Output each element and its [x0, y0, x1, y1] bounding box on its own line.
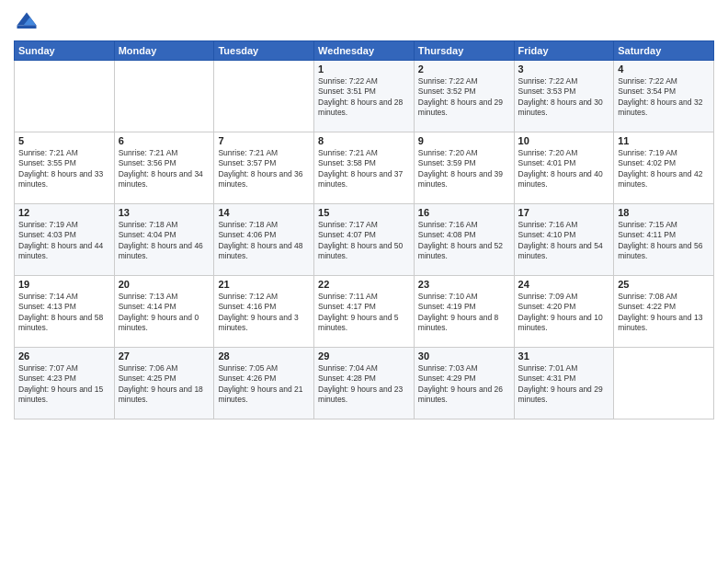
- calendar-cell: 31Sunrise: 7:01 AMSunset: 4:31 PMDayligh…: [514, 348, 614, 419]
- day-number: 21: [218, 279, 310, 290]
- calendar-cell: 6Sunrise: 7:21 AMSunset: 3:56 PMDaylight…: [114, 132, 214, 204]
- day-info: Sunrise: 7:15 AMSunset: 4:11 PMDaylight:…: [618, 220, 710, 262]
- day-info: Sunrise: 7:22 AMSunset: 3:51 PMDaylight:…: [318, 76, 410, 119]
- day-info: Sunrise: 7:16 AMSunset: 4:08 PMDaylight:…: [418, 220, 510, 262]
- day-info: Sunrise: 7:08 AMSunset: 4:22 PMDaylight:…: [618, 292, 710, 334]
- day-info: Sunrise: 7:20 AMSunset: 4:01 PMDaylight:…: [518, 148, 610, 190]
- day-info: Sunrise: 7:07 AMSunset: 4:23 PMDaylight:…: [18, 363, 110, 406]
- calendar-table: SundayMondayTuesdayWednesdayThursdayFrid…: [14, 40, 714, 419]
- week-row-3: 12Sunrise: 7:19 AMSunset: 4:03 PMDayligh…: [15, 204, 714, 276]
- day-number: 7: [218, 135, 310, 146]
- day-number: 13: [119, 207, 210, 218]
- calendar-header: SundayMondayTuesdayWednesdayThursdayFrid…: [15, 41, 714, 61]
- calendar-cell: 12Sunrise: 7:19 AMSunset: 4:03 PMDayligh…: [15, 204, 115, 276]
- calendar-cell: 18Sunrise: 7:15 AMSunset: 4:11 PMDayligh…: [614, 204, 714, 276]
- calendar-cell: [614, 348, 714, 419]
- day-number: 26: [18, 350, 110, 362]
- calendar-cell: 8Sunrise: 7:21 AMSunset: 3:58 PMDaylight…: [314, 132, 415, 204]
- header: [14, 9, 714, 35]
- day-info: Sunrise: 7:13 AMSunset: 4:14 PMDaylight:…: [119, 292, 210, 334]
- day-number: 18: [618, 207, 710, 218]
- calendar-cell: 7Sunrise: 7:21 AMSunset: 3:57 PMDaylight…: [214, 132, 314, 204]
- day-number: 8: [318, 135, 410, 146]
- calendar-cell: 27Sunrise: 7:06 AMSunset: 4:25 PMDayligh…: [114, 348, 214, 419]
- calendar-cell: 16Sunrise: 7:16 AMSunset: 4:08 PMDayligh…: [414, 204, 514, 276]
- calendar-cell: 20Sunrise: 7:13 AMSunset: 4:14 PMDayligh…: [114, 276, 214, 348]
- header-day-sunday: Sunday: [15, 41, 115, 61]
- day-number: 4: [618, 63, 710, 75]
- logo-icon: [14, 9, 40, 35]
- calendar-cell: 9Sunrise: 7:20 AMSunset: 3:59 PMDaylight…: [414, 132, 514, 204]
- day-info: Sunrise: 7:21 AMSunset: 3:57 PMDaylight:…: [218, 148, 310, 190]
- calendar-cell: 28Sunrise: 7:05 AMSunset: 4:26 PMDayligh…: [214, 348, 314, 419]
- header-day-saturday: Saturday: [614, 41, 714, 61]
- day-number: 3: [518, 63, 610, 75]
- calendar-cell: 26Sunrise: 7:07 AMSunset: 4:23 PMDayligh…: [15, 348, 115, 419]
- svg-rect-2: [17, 26, 37, 29]
- calendar-cell: 24Sunrise: 7:09 AMSunset: 4:20 PMDayligh…: [514, 276, 614, 348]
- day-info: Sunrise: 7:11 AMSunset: 4:17 PMDaylight:…: [318, 292, 410, 334]
- calendar-cell: 14Sunrise: 7:18 AMSunset: 4:06 PMDayligh…: [214, 204, 314, 276]
- week-row-1: 1Sunrise: 7:22 AMSunset: 3:51 PMDaylight…: [15, 61, 714, 132]
- header-day-monday: Monday: [114, 41, 214, 61]
- week-row-4: 19Sunrise: 7:14 AMSunset: 4:13 PMDayligh…: [15, 276, 714, 348]
- day-info: Sunrise: 7:19 AMSunset: 4:03 PMDaylight:…: [18, 220, 110, 262]
- day-number: 12: [18, 207, 110, 218]
- header-day-friday: Friday: [514, 41, 614, 61]
- calendar-cell: 29Sunrise: 7:04 AMSunset: 4:28 PMDayligh…: [314, 348, 415, 419]
- day-number: 19: [18, 279, 110, 290]
- day-number: 2: [418, 63, 510, 75]
- day-info: Sunrise: 7:01 AMSunset: 4:31 PMDaylight:…: [518, 363, 610, 406]
- calendar-page: SundayMondayTuesdayWednesdayThursdayFrid…: [0, 0, 728, 563]
- day-info: Sunrise: 7:03 AMSunset: 4:29 PMDaylight:…: [418, 363, 510, 406]
- calendar-cell: 3Sunrise: 7:22 AMSunset: 3:53 PMDaylight…: [514, 61, 614, 132]
- day-info: Sunrise: 7:22 AMSunset: 3:52 PMDaylight:…: [418, 76, 510, 119]
- day-info: Sunrise: 7:06 AMSunset: 4:25 PMDaylight:…: [119, 363, 210, 406]
- logo: [14, 9, 43, 35]
- calendar-cell: 23Sunrise: 7:10 AMSunset: 4:19 PMDayligh…: [414, 276, 514, 348]
- calendar-cell: 11Sunrise: 7:19 AMSunset: 4:02 PMDayligh…: [614, 132, 714, 204]
- day-number: 15: [318, 207, 410, 218]
- calendar-cell: 17Sunrise: 7:16 AMSunset: 4:10 PMDayligh…: [514, 204, 614, 276]
- day-info: Sunrise: 7:16 AMSunset: 4:10 PMDaylight:…: [518, 220, 610, 262]
- header-day-tuesday: Tuesday: [214, 41, 314, 61]
- day-number: 22: [318, 279, 410, 290]
- calendar-cell: 21Sunrise: 7:12 AMSunset: 4:16 PMDayligh…: [214, 276, 314, 348]
- calendar-body: 1Sunrise: 7:22 AMSunset: 3:51 PMDaylight…: [15, 61, 714, 419]
- calendar-cell: 4Sunrise: 7:22 AMSunset: 3:54 PMDaylight…: [614, 61, 714, 132]
- day-number: 28: [218, 350, 310, 362]
- day-info: Sunrise: 7:21 AMSunset: 3:58 PMDaylight:…: [318, 148, 410, 190]
- header-row: SundayMondayTuesdayWednesdayThursdayFrid…: [15, 41, 714, 61]
- calendar-cell: [114, 61, 214, 132]
- day-number: 23: [418, 279, 510, 290]
- calendar-cell: 15Sunrise: 7:17 AMSunset: 4:07 PMDayligh…: [314, 204, 415, 276]
- day-number: 10: [518, 135, 610, 146]
- day-info: Sunrise: 7:22 AMSunset: 3:53 PMDaylight:…: [518, 76, 610, 119]
- day-info: Sunrise: 7:20 AMSunset: 3:59 PMDaylight:…: [418, 148, 510, 190]
- day-info: Sunrise: 7:14 AMSunset: 4:13 PMDaylight:…: [18, 292, 110, 334]
- calendar-cell: 2Sunrise: 7:22 AMSunset: 3:52 PMDaylight…: [414, 61, 514, 132]
- calendar-cell: 13Sunrise: 7:18 AMSunset: 4:04 PMDayligh…: [114, 204, 214, 276]
- day-info: Sunrise: 7:18 AMSunset: 4:04 PMDaylight:…: [119, 220, 210, 262]
- day-number: 16: [418, 207, 510, 218]
- day-number: 1: [318, 63, 410, 75]
- day-info: Sunrise: 7:10 AMSunset: 4:19 PMDaylight:…: [418, 292, 510, 334]
- day-number: 14: [218, 207, 310, 218]
- day-info: Sunrise: 7:21 AMSunset: 3:55 PMDaylight:…: [18, 148, 110, 190]
- calendar-cell: 19Sunrise: 7:14 AMSunset: 4:13 PMDayligh…: [15, 276, 115, 348]
- day-number: 20: [119, 279, 210, 290]
- day-number: 29: [318, 350, 410, 362]
- header-day-wednesday: Wednesday: [314, 41, 415, 61]
- calendar-cell: 5Sunrise: 7:21 AMSunset: 3:55 PMDaylight…: [15, 132, 115, 204]
- day-info: Sunrise: 7:12 AMSunset: 4:16 PMDaylight:…: [218, 292, 310, 334]
- day-info: Sunrise: 7:19 AMSunset: 4:02 PMDaylight:…: [618, 148, 710, 190]
- day-number: 11: [618, 135, 710, 146]
- week-row-5: 26Sunrise: 7:07 AMSunset: 4:23 PMDayligh…: [15, 348, 714, 419]
- day-number: 17: [518, 207, 610, 218]
- day-number: 5: [18, 135, 110, 146]
- day-number: 30: [418, 350, 510, 362]
- day-number: 27: [119, 350, 210, 362]
- calendar-cell: 25Sunrise: 7:08 AMSunset: 4:22 PMDayligh…: [614, 276, 714, 348]
- header-day-thursday: Thursday: [414, 41, 514, 61]
- day-info: Sunrise: 7:05 AMSunset: 4:26 PMDaylight:…: [218, 363, 310, 406]
